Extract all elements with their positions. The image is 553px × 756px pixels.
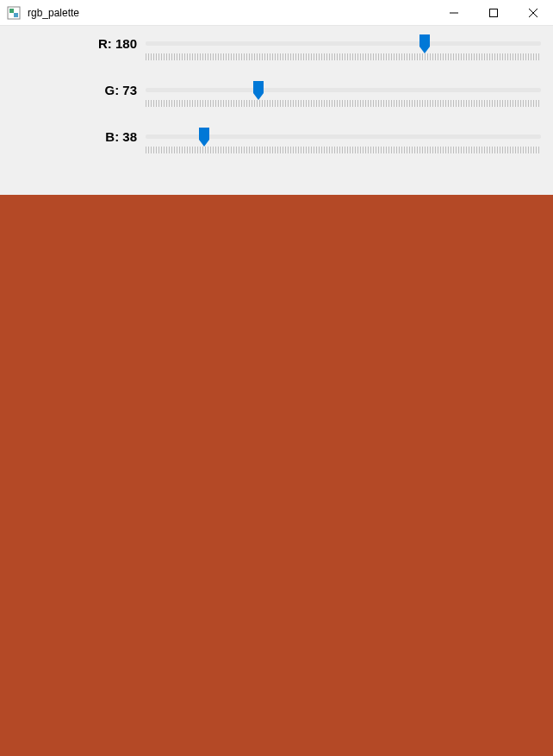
titlebar: rgb_palette [0, 0, 553, 26]
slider-row-b: B: 38 [12, 128, 541, 174]
close-button[interactable] [513, 0, 553, 26]
slider-row-r: R: 180 [12, 34, 541, 81]
slider-row-g: G: 73 [12, 81, 541, 128]
slider-r[interactable] [146, 34, 541, 69]
slider-track [146, 88, 541, 92]
slider-track [146, 134, 541, 139]
app-icon [7, 6, 21, 20]
controls-panel: R: 180 G: 73 B: 38 [0, 26, 553, 195]
slider-label-r: R: 180 [12, 34, 146, 51]
window-title: rgb_palette [28, 7, 79, 19]
slider-b[interactable] [146, 128, 541, 162]
maximize-button[interactable] [474, 0, 513, 26]
slider-ticks [146, 100, 541, 107]
svg-rect-1 [9, 9, 14, 13]
color-preview [0, 195, 553, 756]
slider-label-g: G: 73 [12, 81, 146, 97]
svg-rect-4 [490, 9, 498, 16]
minimize-button[interactable] [434, 0, 474, 26]
slider-track [146, 41, 541, 46]
slider-label-b: B: 38 [12, 128, 146, 144]
slider-ticks [146, 53, 541, 60]
slider-g[interactable] [146, 81, 541, 116]
slider-ticks [146, 147, 541, 153]
svg-rect-2 [14, 13, 18, 17]
